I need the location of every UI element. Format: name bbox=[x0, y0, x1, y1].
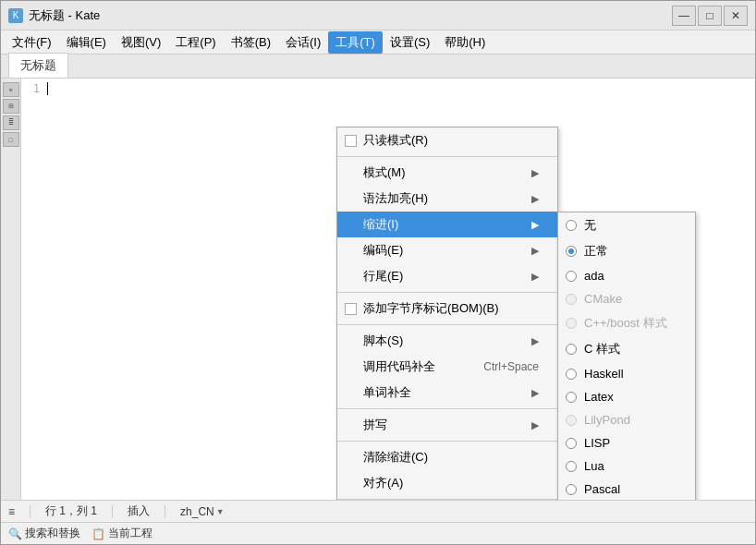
indent-none[interactable]: 无 bbox=[558, 212, 695, 238]
content-area: ≡ ⊞ ≣ □ 1 🛡 anyz.com 只读模式(R) bbox=[1, 79, 755, 500]
menu-bom[interactable]: 添加字节序标记(BOM)(B) bbox=[337, 296, 557, 321]
menu-wordcomplete[interactable]: 单词补全 ▶ bbox=[337, 380, 557, 406]
indent-lilypond-radio bbox=[566, 415, 577, 426]
menu-mode[interactable]: 模式(M) ▶ bbox=[337, 160, 557, 186]
sidebar-icon-3[interactable]: ≣ bbox=[3, 115, 19, 130]
sidebar-icon-1[interactable]: ≡ bbox=[3, 82, 19, 97]
menu-view[interactable]: 视图(V) bbox=[114, 31, 168, 54]
menu-settings[interactable]: 设置(S) bbox=[383, 31, 437, 54]
encoding-arrow-icon: ▼ bbox=[216, 507, 225, 516]
sidebar-icon-4[interactable]: □ bbox=[3, 132, 19, 147]
tab-bar: 无标题 bbox=[1, 54, 755, 79]
menu-bookmark[interactable]: 书签(B) bbox=[224, 31, 278, 54]
syntax-arrow-icon: ▶ bbox=[531, 193, 539, 205]
menu-encoding[interactable]: 编码(E) ▶ bbox=[337, 237, 557, 263]
indent-cmake-radio bbox=[566, 294, 577, 305]
sep-4 bbox=[337, 408, 557, 409]
readonly-checkbox[interactable] bbox=[345, 135, 357, 147]
indent-cstyle[interactable]: C 样式 bbox=[558, 336, 695, 362]
sep-5 bbox=[337, 441, 557, 442]
indent-haskell[interactable]: Haskell bbox=[558, 362, 695, 385]
encoding-arrow-icon: ▶ bbox=[531, 245, 539, 257]
menu-help[interactable]: 帮助(H) bbox=[437, 31, 493, 54]
menu-lineend[interactable]: 行尾(E) ▶ bbox=[337, 263, 557, 289]
close-button[interactable]: ✕ bbox=[724, 6, 748, 26]
indent-lua-radio bbox=[566, 461, 577, 472]
menu-spell[interactable]: 拼写 ▶ bbox=[337, 412, 557, 438]
indent-normal-radio-inner bbox=[568, 248, 574, 254]
minimize-button[interactable]: — bbox=[672, 6, 696, 26]
main-window: K 无标题 - Kate — □ ✕ 文件(F) 编辑(E) 视图(V) 工程(… bbox=[0, 0, 756, 545]
indent-normal[interactable]: 正常 bbox=[558, 238, 695, 264]
indent-cppboost: C++/boost 样式 bbox=[558, 310, 695, 336]
indent-cppboost-radio bbox=[566, 318, 577, 329]
search-icon: 🔍 bbox=[8, 527, 22, 540]
script-arrow-icon: ▶ bbox=[531, 335, 539, 347]
menu-bar: 文件(F) 编辑(E) 视图(V) 工程(P) 书签(B) 会话(I) 工具(T… bbox=[1, 30, 755, 54]
indent-cmake: CMake bbox=[558, 287, 695, 310]
indent-none-radio bbox=[566, 220, 577, 231]
status-div-2 bbox=[112, 505, 113, 518]
encoding-dropdown[interactable]: zh_CN ▼ bbox=[180, 505, 225, 518]
sep-1 bbox=[337, 156, 557, 157]
indent-ada[interactable]: ada bbox=[558, 264, 695, 287]
spell-arrow-icon: ▶ bbox=[531, 419, 539, 431]
indent-latex[interactable]: Latex bbox=[558, 385, 695, 408]
wordcomplete-arrow-icon: ▶ bbox=[531, 387, 539, 399]
menu-indent[interactable]: 缩进(I) ▶ 无 正常 bbox=[337, 212, 557, 237]
sep-2 bbox=[337, 292, 557, 293]
project-label: 当前工程 bbox=[108, 526, 152, 541]
indent-pascal-radio bbox=[566, 484, 577, 495]
bottom-bar: 🔍 搜索和替换 📋 当前工程 bbox=[1, 522, 755, 544]
menu-edit[interactable]: 编辑(E) bbox=[59, 31, 114, 54]
tools-menu-dropdown: 只读模式(R) 模式(M) ▶ 语法加亮(H) ▶ 缩进(I) ▶ bbox=[336, 127, 558, 500]
menu-session[interactable]: 会话(I) bbox=[278, 31, 328, 54]
menu-script[interactable]: 脚本(S) ▶ bbox=[337, 328, 557, 354]
bom-checkbox[interactable] bbox=[345, 303, 357, 315]
autocomplete-shortcut: Ctrl+Space bbox=[483, 360, 539, 373]
indent-lua[interactable]: Lua bbox=[558, 454, 695, 478]
sidebar: ≡ ⊞ ≣ □ bbox=[1, 79, 21, 500]
indent-arrow-icon: ▶ bbox=[531, 219, 539, 231]
maximize-button[interactable]: □ bbox=[698, 6, 722, 26]
window-title: 无标题 - Kate bbox=[29, 7, 672, 24]
menu-clearindent[interactable]: 清除缩进(C) bbox=[337, 444, 557, 470]
project-icon: 📋 bbox=[91, 527, 105, 540]
tab-untitled[interactable]: 无标题 bbox=[8, 53, 68, 78]
indent-ada-radio bbox=[566, 271, 577, 282]
sep-6 bbox=[337, 499, 557, 500]
status-bar: ≡ 行 1，列 1 插入 zh_CN ▼ bbox=[1, 500, 755, 522]
window-controls: — □ ✕ bbox=[672, 6, 748, 26]
indent-latex-radio bbox=[566, 392, 577, 403]
line-col: 行 1，列 1 bbox=[45, 503, 97, 519]
indent-lilypond: LilyPond bbox=[558, 408, 695, 431]
menu-syntax[interactable]: 语法加亮(H) ▶ bbox=[337, 186, 557, 212]
search-replace-button[interactable]: 🔍 搜索和替换 bbox=[8, 526, 80, 541]
sep-3 bbox=[337, 324, 557, 325]
cursor bbox=[47, 82, 48, 95]
encoding-value: zh_CN bbox=[180, 505, 214, 518]
app-icon: K bbox=[8, 8, 23, 23]
status-div-1 bbox=[30, 505, 30, 518]
indent-haskell-radio bbox=[566, 369, 577, 380]
menu-file[interactable]: 文件(F) bbox=[5, 31, 59, 54]
indent-lisp[interactable]: LISP bbox=[558, 431, 695, 454]
sidebar-icon-2[interactable]: ⊞ bbox=[3, 99, 19, 114]
indent-cstyle-radio bbox=[566, 344, 577, 355]
insert-mode: 插入 bbox=[128, 503, 150, 519]
indent-lisp-radio bbox=[566, 438, 577, 449]
cursor-position: ≡ bbox=[8, 505, 15, 518]
menu-autocomplete[interactable]: 调用代码补全 Ctrl+Space bbox=[337, 354, 557, 380]
mode-arrow-icon: ▶ bbox=[531, 167, 539, 179]
line-number: 1 bbox=[21, 82, 43, 95]
current-project-button[interactable]: 📋 当前工程 bbox=[91, 526, 152, 541]
indent-normal-radio bbox=[566, 246, 577, 257]
indent-submenu: 无 正常 ada bbox=[557, 212, 696, 500]
menu-readonly[interactable]: 只读模式(R) bbox=[337, 127, 557, 153]
menu-align[interactable]: 对齐(A) bbox=[337, 470, 557, 496]
menu-project[interactable]: 工程(P) bbox=[168, 31, 223, 54]
menu-tools[interactable]: 工具(T) bbox=[328, 31, 383, 54]
indent-pascal[interactable]: Pascal bbox=[558, 478, 695, 500]
title-bar: K 无标题 - Kate — □ ✕ bbox=[1, 1, 755, 30]
status-div-3 bbox=[165, 505, 165, 518]
